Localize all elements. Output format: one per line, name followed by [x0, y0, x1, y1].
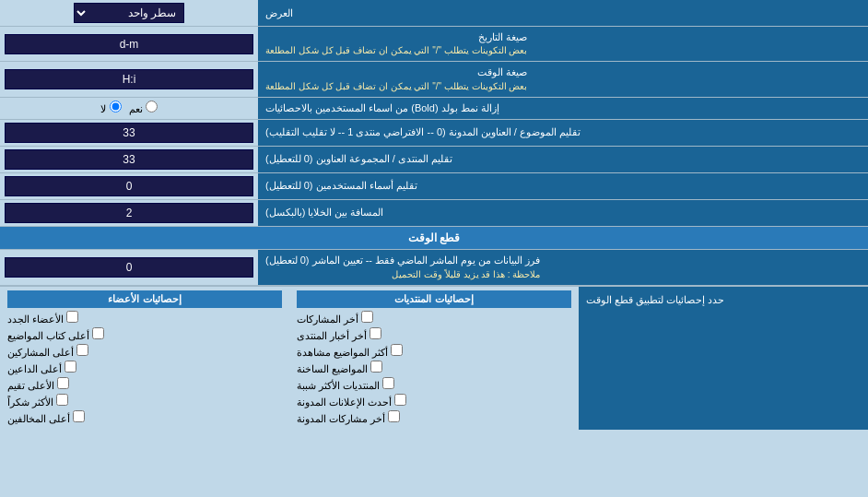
cb-most-thanked: الأكثر شكراً — [7, 393, 282, 409]
cb-latest-announcements[interactable] — [394, 394, 406, 406]
display-select[interactable]: سطر واحد — [74, 3, 184, 23]
topics-count-input[interactable] — [5, 123, 253, 143]
radio-yes[interactable] — [146, 101, 158, 112]
radio-no-label: لا — [100, 101, 121, 115]
forum-group-input-cell — [0, 147, 258, 172]
cb-item-4: المواضيع الساخنة — [297, 360, 571, 376]
cb-most-thanked-check[interactable] — [56, 394, 68, 406]
forum-stats-col: إحصائيات المنتديات أخر المشاركات أخر أخب… — [289, 287, 579, 430]
display-input-cell: سطر واحد — [0, 0, 258, 26]
cb-top-donors-check[interactable] — [65, 361, 76, 373]
time-cut-input-cell — [0, 250, 258, 284]
cb-item-5: المنتديات الأكثر شببة — [297, 376, 571, 393]
cb-popular-forums[interactable] — [382, 377, 394, 389]
radio-no[interactable] — [110, 101, 122, 112]
topics-count-label: تقليم الموضوع / العناوين المدونة (0 -- ا… — [258, 120, 868, 146]
cb-most-viewed[interactable] — [391, 344, 403, 356]
bold-remove-label: إزالة نمط بولد (Bold) من اسماء المستخدمي… — [258, 98, 868, 119]
cb-item-2: أخر أخبار المنتدى — [297, 326, 571, 343]
bold-remove-radio-cell: نعم لا — [0, 98, 258, 119]
time-format-input[interactable] — [5, 69, 253, 89]
cb-new-members: الأعضاء الجدد — [7, 310, 282, 326]
users-count-label: تقليم أسماء المستخدمين (0 للتعطيل) — [258, 173, 868, 199]
spacing-input[interactable] — [5, 203, 253, 223]
date-format-row: صيغة التاريخ بعض التكوينات يتطلب "/" الت… — [0, 27, 868, 62]
date-format-label: صيغة التاريخ بعض التكوينات يتطلب "/" الت… — [258, 27, 868, 61]
cb-top-violators: أعلى المخالفين — [7, 409, 282, 426]
display-label: العرض — [258, 0, 868, 26]
topics-count-input-cell — [0, 120, 258, 146]
cb-item-7: أخر مشاركات المدونة — [297, 409, 571, 426]
cb-top-rated: الأعلى تقيم — [7, 376, 282, 393]
cb-new-members-check[interactable] — [66, 311, 78, 323]
forum-group-label: تقليم المنتدى / المجموعة العناوين (0 للت… — [258, 147, 868, 172]
cb-top-writers: أعلى كتاب المواضيع — [7, 326, 282, 343]
users-count-input[interactable] — [5, 176, 253, 196]
time-format-row: صيغة الوقت بعض التكوينات يتطلب "/" التي … — [0, 62, 868, 97]
cb-top-violators-check[interactable] — [73, 410, 85, 422]
time-cut-row: فرز البيانات من يوم الماشر الماضي فقط --… — [0, 250, 868, 285]
time-format-label: صيغة الوقت بعض التكوينات يتطلب "/" التي … — [258, 62, 868, 96]
checkboxes-area: حدد إحصائيات لتطبيق قطع الوقت إحصائيات ا… — [0, 286, 868, 430]
forum-group-input[interactable] — [5, 149, 253, 170]
cb-top-contributors: أعلى المشاركين — [7, 343, 282, 360]
cb-top-rated-check[interactable] — [57, 377, 69, 389]
cb-item-6: أحدث الإعلانات المدونة — [297, 393, 571, 409]
cb-last-blog-posts[interactable] — [388, 410, 400, 422]
forum-stats-header: إحصائيات المنتديات — [297, 290, 571, 308]
stats-limit-label: حدد إحصائيات لتطبيق قطع الوقت — [579, 287, 868, 430]
cb-top-writers-check[interactable] — [92, 327, 104, 339]
spacing-row: المسافة بين الخلايا (بالبكسل) — [0, 200, 868, 227]
time-format-input-cell — [0, 62, 258, 96]
topics-count-row: تقليم الموضوع / العناوين المدونة (0 -- ا… — [0, 120, 868, 147]
time-cut-section-header: قطع الوقت — [0, 227, 868, 250]
forum-group-row: تقليم المنتدى / المجموعة العناوين (0 للت… — [0, 147, 868, 173]
date-format-input-cell — [0, 27, 258, 61]
radio-yes-label: نعم — [129, 101, 158, 115]
date-format-input[interactable] — [5, 34, 253, 54]
display-row: العرض سطر واحد — [0, 0, 868, 27]
cb-last-news[interactable] — [369, 327, 381, 339]
users-count-input-cell — [0, 173, 258, 199]
member-stats-header: إحصائيات الأعضاء — [7, 290, 282, 308]
users-count-row: تقليم أسماء المستخدمين (0 للتعطيل) — [0, 173, 868, 200]
cb-hot-topics[interactable] — [370, 361, 382, 373]
cb-item-1: أخر المشاركات — [297, 310, 571, 326]
spacing-label: المسافة بين الخلايا (بالبكسل) — [258, 200, 868, 226]
cb-last-posts[interactable] — [361, 311, 373, 323]
bold-remove-row: إزالة نمط بولد (Bold) من اسماء المستخدمي… — [0, 98, 868, 120]
cb-top-contributors-check[interactable] — [76, 344, 88, 356]
time-cut-label: فرز البيانات من يوم الماشر الماضي فقط --… — [258, 250, 868, 284]
main-container: العرض سطر واحد صيغة التاريخ بعض التكوينا… — [0, 0, 868, 430]
cb-top-donors: أعلى الداعين — [7, 360, 282, 376]
cb-item-3: أكثر المواضيع مشاهدة — [297, 343, 571, 360]
spacing-input-cell — [0, 200, 258, 226]
time-cut-input[interactable] — [5, 257, 253, 278]
member-stats-col: إحصائيات الأعضاء الأعضاء الجدد أعلى كتاب… — [0, 287, 289, 430]
